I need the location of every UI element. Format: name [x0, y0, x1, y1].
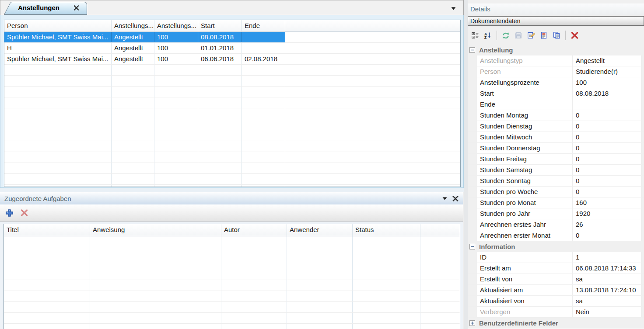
property-value[interactable] — [572, 99, 641, 110]
property-value[interactable]: 1920 — [572, 208, 641, 219]
column-header[interactable]: Anwender — [287, 224, 353, 236]
column-header[interactable]: Anstellungs... — [112, 20, 154, 31]
table-cell — [154, 163, 198, 173]
refresh-icon[interactable] — [500, 30, 511, 41]
table-row[interactable]: Spühler Michael, SMT Swiss Mai...Angeste… — [4, 32, 460, 43]
table-cell — [90, 247, 221, 258]
table-cell — [4, 152, 112, 163]
expand-icon[interactable] — [469, 320, 475, 326]
column-header[interactable]: Anweisung — [90, 224, 221, 236]
chevron-down-icon[interactable] — [442, 197, 447, 200]
categorize-icon[interactable] — [469, 30, 481, 41]
property-value[interactable]: 1 — [572, 252, 641, 263]
column-header[interactable]: Anstellungs... — [154, 20, 198, 31]
table-cell — [287, 236, 353, 247]
copy-icon[interactable] — [551, 30, 562, 41]
property-value[interactable]: 06.08.2018 17:14:33 — [572, 263, 641, 274]
table-cell — [242, 152, 285, 163]
add-icon[interactable] — [4, 207, 15, 218]
vertical-splitter[interactable] — [464, 0, 468, 329]
table-cell: Angestellt — [112, 32, 154, 42]
table-cell — [242, 32, 285, 42]
property-value[interactable]: sa — [572, 296, 641, 306]
row-gutter — [468, 110, 477, 121]
collapse-icon[interactable] — [469, 47, 475, 53]
close-icon[interactable] — [452, 196, 458, 201]
table-row[interactable]: HAngestellt10001.01.2018 — [4, 43, 460, 54]
table-cell — [198, 174, 242, 184]
row-right-gutter — [641, 307, 644, 317]
property-value[interactable]: 0 — [572, 176, 641, 186]
property-row: Aktualisiert vonsa — [468, 296, 644, 307]
property-value[interactable]: 0 — [572, 154, 641, 164]
property-value[interactable]: Angestellt — [572, 55, 641, 66]
toolbar-separator — [497, 31, 497, 40]
row-right-gutter — [641, 263, 644, 274]
collapse-icon[interactable] — [469, 244, 475, 249]
property-row: Anrechnen erstes Jahr26 — [468, 219, 644, 230]
column-header[interactable]: Ende — [242, 20, 285, 31]
edit-icon[interactable] — [525, 30, 537, 41]
column-header[interactable]: Autor — [221, 224, 287, 236]
property-value[interactable]: 160 — [572, 197, 641, 208]
property-row: Anrechnen erster Monat0 — [468, 230, 644, 241]
row-right-gutter — [641, 296, 644, 306]
delete-icon[interactable] — [18, 207, 30, 218]
table-cell — [154, 87, 198, 97]
property-value[interactable]: 08.08.2018 — [572, 88, 641, 99]
property-value[interactable]: 0 — [572, 132, 641, 142]
horizontal-splitter[interactable] — [0, 188, 464, 192]
tab-anstellungen[interactable]: Anstellungen — [4, 2, 87, 15]
close-icon[interactable] — [74, 5, 79, 10]
tasks-panel-title: Zugeordnete Aufgaben — [4, 195, 437, 202]
row-filler — [420, 302, 460, 312]
delete-icon[interactable] — [569, 30, 580, 41]
property-value[interactable]: sa — [572, 274, 641, 284]
property-value[interactable]: 26 — [572, 219, 641, 230]
property-value[interactable]: 0 — [572, 110, 641, 121]
row-gutter — [468, 176, 477, 186]
property-row: Stunden Samstag0 — [468, 165, 644, 176]
row-filler — [285, 163, 460, 173]
property-row: Stunden Montag0 — [468, 110, 644, 121]
property-value[interactable]: 0 — [572, 165, 641, 175]
table-cell — [353, 324, 420, 329]
category-row[interactable]: Benutzerdefinierte Felder — [468, 318, 644, 329]
column-header[interactable]: Titel — [4, 224, 90, 236]
property-label: ID — [477, 252, 572, 263]
table-row-empty — [4, 185, 460, 187]
table-row-empty — [4, 87, 460, 97]
row-gutter — [468, 88, 477, 99]
category-row[interactable]: Information — [468, 241, 644, 252]
table-cell — [242, 141, 285, 152]
sort-alphabetical-icon[interactable]: AZ — [482, 30, 494, 41]
property-value[interactable]: 0 — [572, 230, 641, 241]
category-row[interactable]: Anstellung — [468, 45, 644, 55]
column-header[interactable]: Person — [4, 20, 112, 31]
property-value[interactable]: Studierende(r) — [572, 66, 641, 77]
table-cell — [112, 174, 154, 184]
property-value[interactable]: 0 — [572, 121, 641, 132]
property-value[interactable]: 100 — [572, 77, 641, 88]
column-header[interactable]: Status — [353, 224, 420, 236]
property-row: Stunden pro Monat160 — [468, 197, 644, 208]
property-value[interactable]: 13.08.2018 17:24:10 — [572, 285, 641, 295]
row-right-gutter — [641, 285, 644, 295]
table-cell — [221, 302, 287, 312]
table-cell — [112, 87, 154, 97]
property-label: Aktualisiert am — [477, 285, 572, 295]
save-icon[interactable] — [513, 30, 524, 41]
property-value[interactable]: 0 — [572, 143, 641, 153]
property-row: Erstellt am06.08.2018 17:14:33 — [468, 263, 644, 274]
row-right-gutter — [641, 219, 644, 230]
table-row[interactable]: Spühler Michael, SMT Swiss Mai...Angeste… — [4, 54, 460, 65]
document-data-header[interactable]: Dokumentendaten — [468, 16, 644, 26]
property-value[interactable]: Nein — [572, 307, 641, 317]
report-icon[interactable] — [538, 30, 550, 41]
column-header[interactable]: Start — [198, 20, 242, 31]
table-cell — [90, 236, 221, 247]
table-cell — [112, 185, 154, 187]
property-value[interactable]: 0 — [572, 187, 641, 197]
header-filler — [420, 224, 460, 236]
chevron-down-icon[interactable] — [449, 5, 457, 11]
